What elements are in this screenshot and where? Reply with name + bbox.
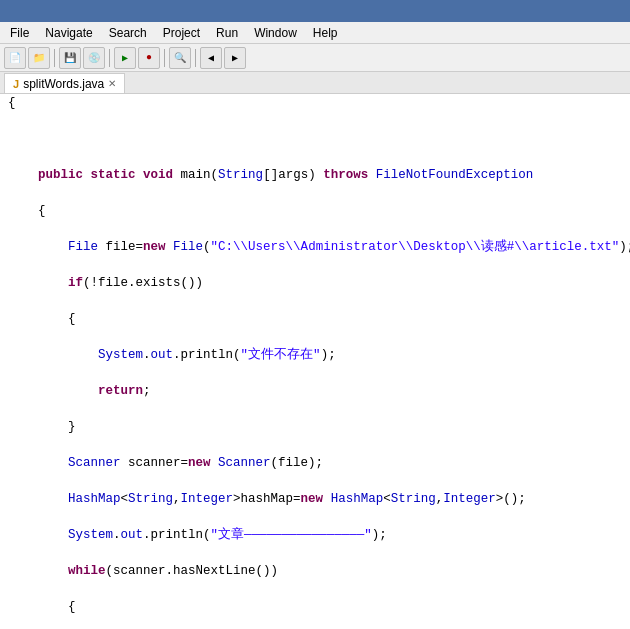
toolbar-btn-fwd[interactable]: ▶ — [224, 47, 246, 69]
title-bar — [0, 0, 630, 22]
toolbar-btn-save[interactable]: 💾 — [59, 47, 81, 69]
code-line: if(!file.exists()) — [8, 274, 630, 292]
toolbar-btn-run[interactable]: ▶ — [114, 47, 136, 69]
code-line: } — [8, 418, 630, 436]
tab-icon: J — [13, 78, 19, 90]
toolbar-sep-3 — [164, 49, 165, 67]
menu-search[interactable]: Search — [101, 24, 155, 42]
code-line: public static void main(String[]args) th… — [8, 166, 630, 184]
menu-file[interactable]: File — [2, 24, 37, 42]
toolbar-btn-new[interactable]: 📄 — [4, 47, 26, 69]
menu-window[interactable]: Window — [246, 24, 305, 42]
menu-navigate[interactable]: Navigate — [37, 24, 100, 42]
code-line: { — [8, 598, 630, 616]
code-pane[interactable]: { public static void main(String[]args) … — [0, 94, 630, 629]
code-line: System.out.println("文章————————————————")… — [8, 526, 630, 544]
menu-run[interactable]: Run — [208, 24, 246, 42]
toolbar-btn-back[interactable]: ◀ — [200, 47, 222, 69]
menu-bar: File Navigate Search Project Run Window … — [0, 22, 630, 44]
toolbar-btn-search[interactable]: 🔍 — [169, 47, 191, 69]
code-line: HashMap<String,Integer>hashMap=new HashM… — [8, 490, 630, 508]
code-line: { — [8, 94, 630, 112]
tab-close-icon[interactable]: ✕ — [108, 78, 116, 89]
code-line: System.out.println("文件不存在"); — [8, 346, 630, 364]
tab-splitwords[interactable]: J splitWords.java ✕ — [4, 73, 125, 93]
code-line: { — [8, 202, 630, 220]
toolbar-sep-4 — [195, 49, 196, 67]
toolbar-btn-saveall[interactable]: 💿 — [83, 47, 105, 69]
code-line: Scanner scanner=new Scanner(file); — [8, 454, 630, 472]
toolbar-btn-debug[interactable]: ● — [138, 47, 160, 69]
menu-help[interactable]: Help — [305, 24, 346, 42]
code-line: return; — [8, 382, 630, 400]
toolbar: 📄 📁 💾 💿 ▶ ● 🔍 ◀ ▶ — [0, 44, 630, 72]
toolbar-sep-1 — [54, 49, 55, 67]
tab-bar: J splitWords.java ✕ — [0, 72, 630, 94]
toolbar-sep-2 — [109, 49, 110, 67]
code-line: while(scanner.hasNextLine()) — [8, 562, 630, 580]
code-line: File file=new File("C:\\Users\\Administr… — [8, 238, 630, 256]
menu-project[interactable]: Project — [155, 24, 208, 42]
toolbar-btn-open[interactable]: 📁 — [28, 47, 50, 69]
code-line — [8, 130, 630, 148]
editor-area: { public static void main(String[]args) … — [0, 94, 630, 629]
code-line: { — [8, 310, 630, 328]
tab-label: splitWords.java — [23, 77, 104, 91]
